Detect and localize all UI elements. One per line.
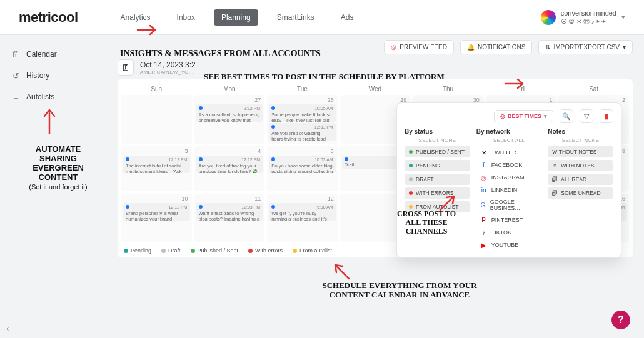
sidebar-item-history[interactable]: ↺ History [9, 67, 98, 84]
calendar-cell[interactable]: 412:12 PMAre you tired of trading your p… [194, 146, 265, 191]
nav-inbox[interactable]: Inbox [169, 9, 203, 26]
network-icon: G [480, 201, 486, 209]
calendar-cell[interactable]: 1112:03 PMWant a fast-track to writing b… [194, 194, 265, 242]
network-item[interactable]: ♪TIKTOK [476, 226, 542, 239]
calendar-cell[interactable]: 1012:12 PMBrand personality is what huma… [121, 194, 192, 242]
status-chip[interactable]: PENDING [405, 160, 470, 171]
chevron-down-icon: ▾ [623, 44, 626, 51]
status-chip[interactable]: FROM AUTOLIST [405, 201, 470, 212]
brand-block[interactable]: conversionminded ⦿ ◎ ✕ ⓟ ♪ ▶ ✈ [561, 9, 616, 25]
calendar-cell[interactable]: 312:12 PMThe internet is full of social … [121, 146, 192, 191]
calendar-cell[interactable]: 2810:05 AMSome people make it look so ea… [267, 95, 338, 144]
status-chip[interactable]: WITH ERRORS [405, 187, 470, 199]
list-icon: ≡ [11, 92, 20, 101]
filter-button[interactable]: ▽ [580, 109, 593, 123]
notes-chip[interactable]: WITHOUT NOTES [548, 146, 613, 157]
network-icon: ✕ [480, 149, 488, 156]
post-card[interactable]: 12:03 PMAre you tired of wasting hours t… [269, 123, 336, 141]
post-card[interactable]: 12:03 PMWant a fast-track to writing blo… [196, 203, 263, 221]
main-nav: Analytics Inbox Planning SmartLinks Ads [113, 9, 361, 26]
day-header: Wed [340, 86, 411, 92]
post-card[interactable]: 9:00 AMWe get it, you're busy running a … [269, 203, 336, 221]
sidebar-item-calendar[interactable]: 🗓 Calendar [9, 46, 98, 62]
calendar-icon: 🗓 [11, 50, 20, 59]
calendar-picker-icon[interactable]: 🗓 [118, 59, 134, 76]
filter-popup: ◎BEST TIMES ▾ 🔍 ▽ ▮ By status SELECT NON… [396, 102, 621, 258]
notes-chip[interactable]: 🗎WITH NOTES [548, 160, 613, 171]
network-item[interactable]: GGOOGLE BUSINES… [476, 196, 542, 214]
post-card[interactable]: 12:12 PMAre you tired of trading your pr… [196, 156, 263, 173]
network-icon: in [480, 186, 488, 194]
network-column: By network SELECT ALL ✕TWITTERfFACEBOOK◎… [476, 128, 542, 251]
network-icon: ◎ [480, 174, 488, 181]
action-toolbar: ◎PREVIEW FEED 🔔NOTIFICATIONS ⇅IMPORT/EXP… [118, 40, 633, 54]
search-icon: 🔍 [562, 112, 571, 121]
status-chip[interactable]: DRAFT [405, 174, 470, 185]
network-item[interactable]: fFACEBOOK [476, 159, 542, 171]
calendar-cell[interactable]: 510:03 AMDo you have some older blog pos… [267, 146, 338, 191]
sidebar: 🗓 Calendar ↺ History ≡ Autolists [0, 35, 106, 338]
timezone: AMERICA/NEW_YO… [140, 69, 196, 75]
collapse-sidebar-button[interactable]: ‹ [6, 324, 9, 333]
notifications-button[interactable]: 🔔NOTIFICATIONS [460, 40, 532, 54]
notes-column: Notes SELECT NONE WITHOUT NOTES🗎WITH NOT… [548, 128, 613, 251]
network-item[interactable]: PPINTEREST [476, 214, 542, 226]
instagram-icon: ◎ [500, 113, 505, 119]
nav-smartlinks[interactable]: SmartLinks [269, 9, 322, 26]
chevron-down-icon[interactable]: ▾ [621, 13, 625, 21]
post-card[interactable]: 12:12 PMBrand personality is what humani… [123, 203, 190, 221]
best-times-button[interactable]: ◎BEST TIMES ▾ [494, 110, 553, 122]
eye-icon: ◎ [391, 44, 396, 51]
network-icon: ♪ [480, 229, 488, 236]
select-all-network[interactable]: SELECT ALL [476, 137, 542, 143]
network-item[interactable]: inLINKEDIN [476, 184, 542, 196]
network-icon: ▶ [480, 241, 488, 249]
search-button[interactable]: 🔍 [560, 109, 573, 123]
notes-chip[interactable]: 🗐ALL READ [548, 174, 613, 185]
sidebar-label: Calendar [26, 50, 57, 59]
calendar-cell[interactable]: 272:12 PMAs a consultant, solopreneur, o… [194, 95, 265, 144]
brand-name: conversionminded [561, 9, 616, 17]
calendar-cell[interactable] [121, 95, 192, 144]
preview-feed-button[interactable]: ◎PREVIEW FEED [384, 40, 454, 54]
content: ◎PREVIEW FEED 🔔NOTIFICATIONS ⇅IMPORT/EXP… [106, 35, 644, 338]
post-card[interactable]: 10:03 AMDo you have some older blog post… [269, 156, 336, 173]
history-icon: ↺ [11, 71, 20, 80]
network-item[interactable]: ▶YOUTUBE [476, 239, 542, 251]
network-item[interactable]: ✕TWITTER [476, 146, 542, 159]
sidebar-item-autolists[interactable]: ≡ Autolists [9, 89, 98, 105]
status-chip[interactable]: PUBLISHED / SENT [405, 146, 470, 157]
current-date: Oct 14, 2023 3:2 [140, 61, 196, 69]
topbar: metricool Analytics Inbox Planning Smart… [0, 0, 644, 35]
nav-ads[interactable]: Ads [333, 9, 361, 26]
post-card[interactable]: 12:12 PMThe internet is full of social m… [123, 156, 190, 173]
nav-planning[interactable]: Planning [214, 9, 258, 26]
day-header: Fri [486, 86, 556, 92]
date-row: 🗓 Oct 14, 2023 3:2 AMERICA/NEW_YO… [118, 59, 633, 76]
funnel-icon: ▽ [584, 112, 589, 121]
logo: metricool [19, 9, 78, 26]
select-none-notes[interactable]: SELECT NONE [548, 137, 613, 143]
day-view-button[interactable]: ▮ [600, 109, 613, 123]
day-header: Sat [558, 86, 629, 92]
question-icon: ? [618, 314, 624, 326]
post-card[interactable]: 2:12 PMAs a consultant, solopreneur, or … [196, 104, 263, 122]
nav-analytics[interactable]: Analytics [113, 9, 158, 26]
network-item[interactable]: ◎INSTAGRAM [476, 171, 542, 184]
bell-icon: 🔔 [467, 44, 475, 51]
chevron-down-icon: ▾ [544, 113, 547, 119]
day-header: Mon [194, 86, 265, 92]
updown-icon: ⇅ [545, 44, 550, 51]
topbar-right: conversionminded ⦿ ◎ ✕ ⓟ ♪ ▶ ✈ ▾ [541, 9, 625, 25]
network-icon: f [480, 161, 488, 169]
post-card[interactable]: 10:05 AMSome people make it look so easy… [269, 104, 336, 122]
calendar-cell[interactable]: 129:00 AMWe get it, you're busy running … [267, 194, 338, 242]
brand-social-row: ⦿ ◎ ✕ ⓟ ♪ ▶ ✈ [561, 18, 616, 25]
notes-chip[interactable]: 🗐SOME UNREAD [548, 187, 613, 199]
status-column: By status SELECT NONE PUBLISHED / SENTPE… [405, 128, 470, 251]
help-fab[interactable]: ? [611, 311, 630, 329]
network-icon: P [480, 216, 488, 224]
select-none-status[interactable]: SELECT NONE [405, 137, 470, 143]
import-export-button[interactable]: ⇅IMPORT/EXPORT CSV▾ [538, 40, 633, 54]
brand-avatar-icon[interactable] [541, 10, 556, 25]
